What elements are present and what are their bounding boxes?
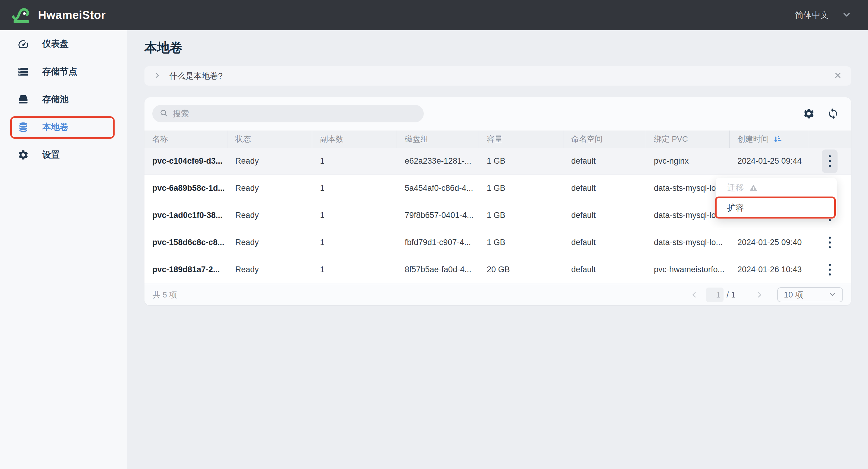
cell-capacity: 1 GB xyxy=(479,211,563,220)
cell-status: Ready xyxy=(227,183,312,193)
total-count-label: 共 5 项 xyxy=(153,290,177,300)
gear-icon xyxy=(18,149,29,161)
column-settings-button[interactable] xyxy=(802,107,815,120)
cell-status: Ready xyxy=(227,211,312,220)
sidebar-item-label: 仪表盘 xyxy=(42,38,68,50)
column-header-status[interactable]: 状态 xyxy=(227,131,312,148)
cell-name: pvc-c104cfe9-d3... xyxy=(145,157,227,166)
brand-title: HwameiStor xyxy=(38,9,106,22)
top-header: HwameiStor 简体中文 xyxy=(0,0,868,30)
hwameistor-logo-icon xyxy=(12,5,32,25)
language-label: 简体中文 xyxy=(795,9,829,21)
menu-item-expand[interactable]: 扩容 xyxy=(716,197,837,219)
page-size-select[interactable]: 10 项 xyxy=(777,287,843,302)
chevron-right-icon xyxy=(154,72,161,80)
refresh-icon[interactable] xyxy=(826,107,840,120)
row-actions-kebab-icon[interactable] xyxy=(822,149,838,173)
cell-disk-group: e62a233e-1281-... xyxy=(397,157,479,166)
sidebar-item-storage-pools[interactable]: 存储池 xyxy=(0,86,127,113)
cell-name: pvc-6a89b58c-1d... xyxy=(145,183,227,193)
server-icon xyxy=(18,66,29,77)
storage-pool-icon xyxy=(18,94,29,105)
sidebar-item-local-volumes[interactable]: 本地卷 xyxy=(0,113,127,141)
row-actions-kebab-icon[interactable] xyxy=(822,231,838,255)
table-row[interactable]: pvc-158d6c8c-c8... Ready 1 fbfd79d1-c907… xyxy=(145,229,851,256)
faq-banner-text: 什么是本地卷? xyxy=(169,70,223,81)
search-input[interactable] xyxy=(173,109,408,119)
page-number-input[interactable] xyxy=(706,288,723,302)
main-content: 本地卷 什么是本地卷? xyxy=(127,30,868,469)
sidebar-item-label: 存储节点 xyxy=(42,66,77,78)
faq-banner[interactable]: 什么是本地卷? xyxy=(145,66,851,86)
language-selector[interactable]: 简体中文 xyxy=(795,9,851,21)
next-page-icon[interactable] xyxy=(755,291,763,299)
search-box[interactable] xyxy=(152,105,424,122)
cell-name: pvc-189d81a7-2... xyxy=(145,265,227,274)
menu-item-label: 迁移 xyxy=(727,182,744,194)
column-header-created[interactable]: 创建时间 xyxy=(730,131,808,148)
chevron-down-icon xyxy=(829,290,836,299)
cell-replicas: 1 xyxy=(312,265,397,274)
cell-name: pvc-1ad0c1f0-38... xyxy=(145,211,227,220)
close-icon[interactable] xyxy=(834,71,842,81)
cell-disk-group: 79f8b657-0401-4... xyxy=(397,211,479,220)
cell-created: 2024-01-25 09:40 xyxy=(730,238,808,247)
menu-item-migrate[interactable]: 迁移 xyxy=(716,178,837,197)
cell-capacity: 1 GB xyxy=(479,183,563,193)
sidebar: 仪表盘 存储节点 存储池 本地卷 设置 xyxy=(0,30,127,469)
search-icon xyxy=(159,109,168,119)
cell-namespace: default xyxy=(563,183,646,193)
menu-item-label: 扩容 xyxy=(727,202,744,214)
column-header-bound-pvc[interactable]: 绑定 PVC xyxy=(646,131,730,148)
cell-replicas: 1 xyxy=(312,183,397,193)
cell-namespace: default xyxy=(563,265,646,274)
cell-bound-pvc: pvc-hwameistorfo... xyxy=(646,265,730,274)
sort-descending-icon[interactable] xyxy=(773,135,782,144)
hwameistor-app: HwameiStor 简体中文 仪表盘 存储节点 存储池 xyxy=(0,0,868,469)
row-actions-kebab-icon[interactable] xyxy=(822,258,838,281)
column-header-name[interactable]: 名称 xyxy=(145,131,227,148)
chevron-down-icon xyxy=(842,10,851,20)
cell-namespace: default xyxy=(563,238,646,247)
sidebar-item-settings[interactable]: 设置 xyxy=(0,141,127,169)
sidebar-item-label: 存储池 xyxy=(42,94,68,105)
table-tools xyxy=(802,107,840,120)
table-header-row: 名称 状态 副本数 磁盘组 容量 命名空间 绑定 PVC 创建时间 xyxy=(145,131,851,148)
cell-disk-group: 8f57b5ae-fa0d-4... xyxy=(397,265,479,274)
cell-status: Ready xyxy=(227,238,312,247)
page-count-label: / 1 xyxy=(726,290,736,300)
cell-disk-group: fbfd79d1-c907-4... xyxy=(397,238,479,247)
column-header-actions xyxy=(808,131,851,148)
cell-status: Ready xyxy=(227,157,312,166)
table-row[interactable]: pvc-189d81a7-2... Ready 1 8f57b5ae-fa0d-… xyxy=(145,256,851,283)
cell-capacity: 20 GB xyxy=(479,265,563,274)
column-header-disk-group[interactable]: 磁盘组 xyxy=(397,131,479,148)
cell-status: Ready xyxy=(227,265,312,274)
warning-icon xyxy=(749,184,757,192)
cell-replicas: 1 xyxy=(312,157,397,166)
cell-capacity: 1 GB xyxy=(479,157,563,166)
cell-created: 2024-01-26 10:43 xyxy=(730,265,808,274)
sidebar-item-storage-nodes[interactable]: 存储节点 xyxy=(0,58,127,86)
sidebar-item-label: 本地卷 xyxy=(42,121,68,133)
cell-name: pvc-158d6c8c-c8... xyxy=(145,238,227,247)
column-header-namespace[interactable]: 命名空间 xyxy=(563,131,646,148)
database-icon xyxy=(18,122,29,133)
cell-replicas: 1 xyxy=(312,211,397,220)
table-row[interactable]: pvc-c104cfe9-d3... Ready 1 e62a233e-1281… xyxy=(145,148,851,175)
cell-bound-pvc: pvc-nginx xyxy=(646,157,730,166)
column-header-replicas[interactable]: 副本数 xyxy=(312,131,397,148)
cell-bound-pvc: data-sts-mysql-lo... xyxy=(646,238,730,247)
page-size-value: 10 项 xyxy=(784,289,803,300)
sidebar-item-label: 设置 xyxy=(42,149,60,161)
cell-capacity: 1 GB xyxy=(479,238,563,247)
cell-replicas: 1 xyxy=(312,238,397,247)
column-header-capacity[interactable]: 容量 xyxy=(479,131,563,148)
sidebar-item-dashboard[interactable]: 仪表盘 xyxy=(0,30,127,58)
cell-created: 2024-01-25 09:44 xyxy=(730,157,808,166)
cell-disk-group: 5a454af0-c86d-4... xyxy=(397,183,479,193)
previous-page-icon[interactable] xyxy=(690,291,698,299)
brand: HwameiStor xyxy=(12,5,106,25)
cell-namespace: default xyxy=(563,157,646,166)
cell-namespace: default xyxy=(563,211,646,220)
